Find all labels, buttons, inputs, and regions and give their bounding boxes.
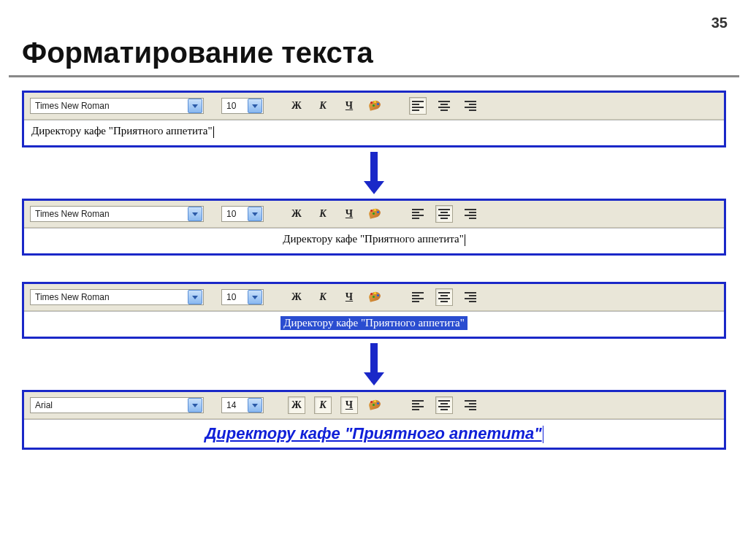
- align-center-button[interactable]: [435, 288, 453, 306]
- editor-text-area[interactable]: Директору кафе "Приятного аппетита": [24, 228, 724, 253]
- chevron-down-icon: [188, 398, 202, 413]
- align-left-icon: [412, 207, 424, 220]
- italic-button[interactable]: К: [314, 97, 332, 115]
- editor-panel-1: Times New Roman 10 Ж К Ч Директору кафе …: [22, 91, 726, 147]
- align-right-icon: [465, 291, 476, 304]
- font-family-value: Arial: [31, 400, 187, 410]
- italic-button[interactable]: К: [314, 396, 332, 414]
- font-size-dropdown[interactable]: 14: [221, 397, 264, 413]
- editor-text-selected: Директору кафе "Приятного аппетита": [280, 316, 468, 330]
- chevron-down-icon: [248, 99, 262, 113]
- palette-icon[interactable]: [367, 98, 383, 114]
- editor-text-area[interactable]: Директору кафе "Приятного аппетита": [24, 419, 724, 448]
- align-center-button[interactable]: [435, 97, 453, 115]
- chevron-down-icon: [188, 207, 202, 221]
- align-center-icon: [438, 291, 450, 304]
- arrow-down-icon: [22, 152, 726, 194]
- text-cursor: [543, 426, 543, 443]
- editor-panel-2: Times New Roman 10 Ж К Ч Директору кафе …: [22, 199, 726, 256]
- bold-button[interactable]: Ж: [288, 205, 305, 223]
- formatting-toolbar: Arial 14 Ж К Ч: [24, 392, 724, 419]
- align-center-icon: [438, 99, 450, 112]
- align-left-button[interactable]: [409, 97, 427, 115]
- align-right-icon: [465, 399, 476, 412]
- align-left-icon: [412, 399, 424, 412]
- font-family-value: Times New Roman: [31, 292, 187, 302]
- editor-panel-3: Times New Roman 10 Ж К Ч Директору кафе …: [22, 282, 726, 339]
- font-size-value: 10: [222, 292, 247, 302]
- chevron-down-icon: [188, 99, 202, 113]
- italic-button[interactable]: К: [314, 205, 332, 223]
- align-right-button[interactable]: [462, 396, 479, 414]
- page-title: Форматирование текста: [22, 37, 748, 69]
- bold-button[interactable]: Ж: [288, 396, 305, 414]
- align-right-icon: [465, 99, 476, 112]
- palette-icon[interactable]: [367, 289, 383, 305]
- palette-icon[interactable]: [367, 397, 383, 413]
- font-size-value: 14: [222, 400, 247, 410]
- chevron-down-icon: [248, 398, 262, 413]
- editor-panel-4: Arial 14 Ж К Ч Директору кафе "Приятного…: [22, 390, 726, 450]
- formatting-toolbar: Times New Roman 10 Ж К Ч: [24, 201, 724, 228]
- page-number: 35: [711, 15, 728, 31]
- font-size-dropdown[interactable]: 10: [221, 98, 264, 114]
- formatting-toolbar: Times New Roman 10 Ж К Ч: [24, 93, 724, 120]
- font-family-dropdown[interactable]: Times New Roman: [30, 98, 204, 114]
- align-left-button[interactable]: [409, 205, 427, 223]
- italic-button[interactable]: К: [314, 288, 332, 306]
- align-center-button[interactable]: [435, 396, 453, 414]
- font-family-value: Times New Roman: [31, 101, 187, 111]
- formatting-toolbar: Times New Roman 10 Ж К Ч: [24, 284, 724, 311]
- align-center-icon: [438, 207, 450, 220]
- align-left-icon: [412, 291, 424, 304]
- font-family-dropdown[interactable]: Times New Roman: [30, 206, 204, 222]
- font-family-dropdown[interactable]: Arial: [30, 397, 204, 413]
- align-left-button[interactable]: [409, 288, 427, 306]
- align-right-button[interactable]: [462, 97, 479, 115]
- font-size-value: 10: [222, 101, 247, 111]
- underline-button[interactable]: Ч: [340, 288, 358, 306]
- align-right-icon: [465, 207, 476, 220]
- font-size-dropdown[interactable]: 10: [221, 206, 264, 222]
- chevron-down-icon: [248, 207, 262, 221]
- chevron-down-icon: [188, 290, 202, 304]
- arrow-down-icon: [22, 343, 726, 386]
- text-cursor: [213, 126, 214, 138]
- bold-button[interactable]: Ж: [288, 97, 305, 115]
- underline-button[interactable]: Ч: [340, 97, 358, 115]
- align-left-icon: [412, 99, 424, 112]
- title-divider: [9, 75, 739, 77]
- bold-button[interactable]: Ж: [288, 288, 305, 306]
- palette-icon[interactable]: [367, 206, 383, 222]
- font-family-dropdown[interactable]: Times New Roman: [30, 289, 204, 305]
- underline-button[interactable]: Ч: [340, 205, 358, 223]
- align-center-icon: [438, 399, 450, 412]
- panels-container: Times New Roman 10 Ж К Ч Директору кафе …: [0, 91, 748, 450]
- align-left-button[interactable]: [409, 396, 427, 414]
- editor-text-area[interactable]: Директору кафе "Приятного аппетита": [24, 311, 724, 337]
- chevron-down-icon: [248, 290, 262, 304]
- font-family-value: Times New Roman: [31, 209, 187, 219]
- font-size-value: 10: [222, 209, 247, 219]
- align-center-button[interactable]: [435, 205, 453, 223]
- font-size-dropdown[interactable]: 10: [221, 289, 264, 305]
- underline-button[interactable]: Ч: [340, 396, 358, 414]
- text-cursor: [465, 234, 465, 246]
- align-right-button[interactable]: [462, 288, 479, 306]
- align-right-button[interactable]: [462, 205, 479, 223]
- editor-text-area[interactable]: Директору кафе "Приятного аппетита": [24, 120, 724, 145]
